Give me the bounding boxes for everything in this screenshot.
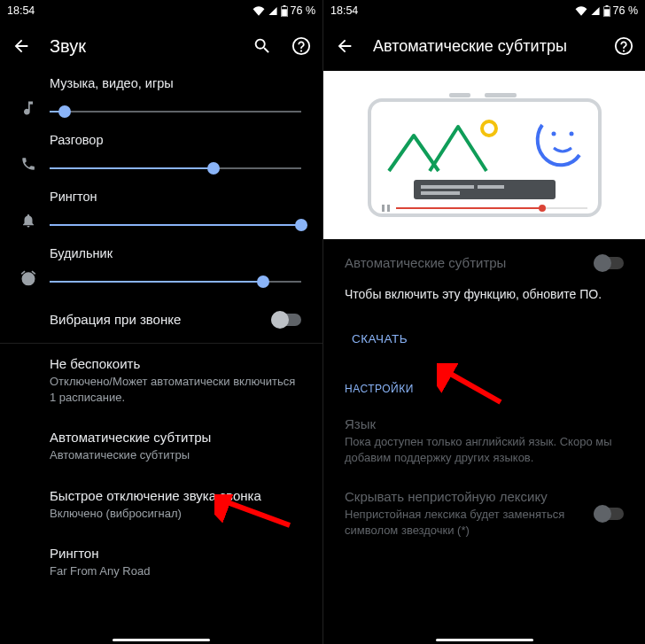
status-icons: 76 % [253, 4, 316, 17]
slider-label: Рингтон [50, 190, 301, 204]
arrow-back-icon [12, 36, 31, 56]
help-icon [291, 36, 311, 56]
ring-slider[interactable] [50, 214, 301, 236]
item-secondary: Отключено/Может автоматически включиться… [50, 374, 301, 405]
phone-icon [11, 133, 46, 172]
bell-icon [11, 190, 46, 229]
item-secondary: Непристойная лексика будет заменяться си… [345, 507, 583, 539]
svg-point-24 [539, 205, 546, 212]
svg-rect-18 [478, 185, 504, 189]
item-secondary: Включено (вибросигнал) [50, 506, 301, 522]
ringtone-item[interactable]: Рингтон Far From Any Road [0, 533, 322, 592]
sound-content: Музыка, видео, игры Разговор [0, 71, 322, 599]
battery-icon [603, 5, 610, 17]
status-bar: 18:54 76 % [0, 0, 322, 21]
call-slider[interactable] [50, 158, 301, 179]
status-bar: 18:54 76 % [323, 0, 645, 21]
svg-rect-11 [449, 93, 470, 97]
toggle-label: Автоматические субтитры [345, 255, 594, 270]
search-icon [253, 36, 272, 56]
media-slider[interactable] [50, 101, 301, 122]
slider-label: Разговор [50, 133, 301, 147]
item-primary: Язык [345, 416, 624, 431]
item-primary: Быстрое отключение звука звонка [50, 488, 301, 503]
svg-rect-12 [485, 93, 517, 97]
back-button[interactable] [334, 35, 355, 57]
svg-rect-1 [283, 5, 285, 6]
wifi-icon [575, 6, 587, 16]
cell-signal-icon [590, 6, 601, 16]
hero-illustration [323, 71, 645, 239]
svg-rect-7 [605, 5, 608, 6]
battery-icon [281, 5, 288, 17]
svg-rect-21 [387, 205, 390, 212]
page-title: Звук [50, 36, 234, 57]
slider-row-call: Разговор [0, 128, 322, 184]
svg-rect-20 [382, 205, 385, 212]
svg-rect-16 [414, 180, 556, 199]
slider-label: Будильник [50, 246, 301, 260]
item-primary: Не беспокоить [50, 356, 301, 371]
item-primary: Автоматические субтитры [50, 430, 301, 445]
item-primary: Рингтон [50, 546, 301, 561]
slider-row-media: Музыка, видео, игры [0, 71, 322, 128]
live-caption-toggle[interactable] [594, 257, 624, 269]
svg-point-15 [569, 132, 573, 136]
item-secondary: Автоматические субтитры [50, 447, 301, 463]
slider-row-alarm: Будильник [0, 241, 322, 298]
svg-rect-19 [421, 191, 460, 195]
vibrate-on-ring-row[interactable]: Вибрация при звонке [0, 298, 322, 341]
help-icon [614, 36, 633, 56]
media-icon [11, 76, 46, 117]
arrow-back-icon [335, 36, 354, 56]
svg-rect-8 [604, 9, 610, 16]
battery-text: 76 % [291, 4, 316, 17]
alarm-icon [11, 246, 46, 287]
vibrate-toggle[interactable] [271, 314, 301, 326]
language-item[interactable]: Язык Пока доступен только английский язы… [323, 404, 645, 478]
help-button[interactable] [291, 35, 312, 57]
svg-rect-23 [396, 207, 542, 209]
slider-row-ring: Рингтон [0, 184, 322, 241]
status-icons: 76 % [575, 4, 639, 17]
slider-label: Музыка, видео, игры [50, 76, 301, 90]
alarm-slider[interactable] [50, 271, 301, 292]
status-time: 18:54 [7, 4, 35, 17]
live-caption-pane: 18:54 76 % Автоматические субтитры [322, 0, 645, 644]
live-caption-item[interactable]: Автоматические субтитры Автоматические с… [0, 417, 322, 476]
cell-signal-icon [268, 6, 278, 16]
page-title: Автоматические субтитры [373, 37, 595, 56]
search-button[interactable] [252, 35, 273, 57]
svg-rect-2 [282, 9, 287, 16]
svg-rect-17 [421, 185, 474, 189]
status-time: 18:54 [330, 4, 358, 17]
nav-handle[interactable] [113, 639, 210, 641]
settings-section-header: НАСТРОЙКИ [323, 358, 645, 404]
help-button[interactable] [613, 35, 634, 57]
profanity-toggle[interactable] [594, 508, 624, 520]
item-secondary: Far From Any Road [50, 563, 301, 579]
svg-point-14 [551, 132, 556, 136]
vibrate-label: Вибрация при звонке [50, 312, 271, 327]
wifi-icon [253, 6, 265, 16]
update-description: Чтобы включить эту функцию, обновите ПО. [323, 277, 645, 320]
back-button[interactable] [11, 35, 32, 57]
toolbar: Автоматические субтитры [323, 21, 645, 71]
live-caption-toggle-row: Автоматические субтитры [323, 239, 645, 277]
nav-handle[interactable] [436, 639, 533, 641]
battery-text: 76 % [613, 4, 639, 17]
download-button[interactable]: СКАЧАТЬ [323, 320, 436, 358]
toolbar: Звук [0, 21, 322, 71]
profanity-item: Скрывать непристойную лексику Непристойн… [323, 478, 645, 549]
quick-mute-item[interactable]: Быстрое отключение звука звонка Включено… [0, 476, 322, 534]
dnd-item[interactable]: Не беспокоить Отключено/Может автоматиче… [0, 344, 322, 417]
item-secondary: Пока доступен только английский язык. Ск… [345, 434, 624, 466]
sound-settings-pane: 18:54 76 % Звук Музыка, видео, игры [0, 0, 322, 644]
item-primary: Скрывать непристойную лексику [345, 489, 583, 504]
